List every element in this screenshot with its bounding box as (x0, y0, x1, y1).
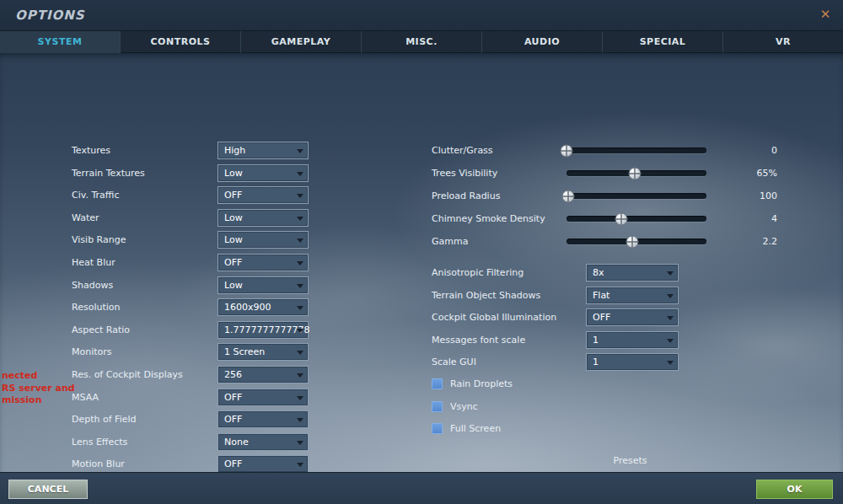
tab[interactable]: VR (723, 31, 843, 53)
setting-dropdown[interactable]: 1.7777777777778 (217, 321, 309, 339)
slider-track[interactable] (566, 170, 706, 176)
tab[interactable]: SYSTEM (0, 31, 121, 53)
chevron-down-icon (297, 306, 303, 310)
dropdown-value: OFF (224, 414, 242, 425)
setting-dropdown[interactable]: Low (217, 209, 309, 227)
setting-label: Cockpit Global Illumination (432, 312, 586, 323)
setting-row: Terrain Object Shadows Flat (432, 287, 680, 304)
setting-dropdown[interactable]: OFF (217, 254, 309, 271)
slider-handle[interactable] (629, 167, 642, 180)
tab[interactable]: CONTROLS (121, 31, 241, 53)
ok-button[interactable]: OK (756, 480, 833, 499)
tab-label: VR (776, 36, 791, 47)
chevron-down-icon (297, 418, 303, 422)
chevron-down-icon (297, 329, 303, 333)
slider-handle[interactable] (626, 235, 639, 248)
setting-label: Terrain Textures (72, 168, 217, 179)
setting-row: Resolution 1600x900 (72, 298, 309, 316)
setting-dropdown[interactable]: OFF (217, 410, 309, 428)
checkbox[interactable] (432, 423, 443, 434)
setting-label: Monitors (72, 346, 217, 357)
checkbox-row: Full Screen (432, 420, 642, 437)
setting-row: Lens Effects None (72, 433, 309, 451)
setting-dropdown[interactable]: OFF (217, 186, 309, 204)
slider-track[interactable] (566, 147, 706, 153)
checkbox[interactable] (432, 401, 443, 412)
slider-handle[interactable] (615, 212, 627, 225)
setting-row: Civ. Traffic OFF (72, 186, 309, 204)
checkbox-row: Rain Droplets (432, 375, 642, 393)
tab[interactable]: MISC. (362, 31, 482, 53)
chevron-down-icon (297, 396, 303, 400)
checkbox-label: Vsync (450, 401, 478, 412)
setting-dropdown[interactable]: Low (217, 276, 309, 294)
sliders-column: Clutter/Grass 0 Trees Visibility 65% Pre (432, 142, 777, 250)
setting-dropdown[interactable]: OFF (217, 389, 309, 406)
setting-row: Textures High (72, 142, 309, 159)
tab[interactable]: SPECIAL (603, 31, 723, 53)
slider-row: Clutter/Grass 0 (432, 142, 777, 159)
setting-dropdown[interactable]: Low (217, 164, 309, 182)
tab-bar: SYSTEM CONTROLS GAMEPLAY MISC. AUDIO SPE… (0, 31, 843, 53)
chevron-down-icon (297, 172, 303, 176)
dropdown-value: OFF (224, 392, 242, 403)
setting-dropdown[interactable]: 1 (586, 331, 679, 349)
slider-handle[interactable] (561, 190, 574, 202)
dropdown-value: Low (224, 280, 243, 291)
tab-label: SPECIAL (640, 36, 686, 47)
tab-label: SYSTEM (38, 36, 83, 47)
slider-value: 0 (706, 145, 777, 156)
chevron-down-icon (297, 239, 303, 243)
slider-track[interactable] (566, 216, 706, 222)
setting-dropdown[interactable]: 256 (217, 366, 309, 383)
checkbox-row: Vsync (432, 398, 642, 416)
setting-dropdown[interactable]: 1 (586, 353, 679, 371)
setting-dropdown[interactable]: Low (217, 231, 309, 249)
dropdown-value: 1 Screen (224, 346, 265, 357)
page-title: OPTIONS (15, 8, 85, 23)
setting-dropdown[interactable]: 1 Screen (217, 343, 309, 361)
ok-button-label: OK (787, 484, 803, 495)
close-icon[interactable]: ✕ (818, 7, 833, 22)
setting-dropdown[interactable]: High (217, 142, 309, 159)
slider-track[interactable] (566, 193, 706, 199)
slider-track[interactable] (566, 239, 706, 244)
cancel-button-label: CANCEL (28, 484, 68, 495)
slider-handle[interactable] (561, 144, 573, 157)
dropdown-value: 1600x900 (224, 302, 271, 313)
setting-label: Resolution (72, 302, 217, 313)
slider-label: Clutter/Grass (432, 145, 566, 156)
chevron-down-icon (297, 373, 303, 378)
setting-label: Motion Blur (72, 458, 217, 469)
chevron-down-icon (667, 361, 674, 365)
setting-label: Anisotropic Filtering (432, 267, 586, 278)
setting-dropdown[interactable]: None (217, 433, 309, 451)
setting-row: Visib Range Low (72, 231, 309, 249)
setting-label: Shadows (72, 280, 217, 291)
cancel-button[interactable]: CANCEL (8, 480, 88, 499)
setting-row: Cockpit Global Illumination OFF (432, 308, 680, 326)
dropdown-value: OFF (593, 312, 610, 323)
setting-row: Heat Blur OFF (72, 254, 309, 271)
setting-row: MSAA OFF (72, 389, 309, 406)
setting-label: Water (72, 212, 217, 223)
dropdown-value: High (224, 145, 245, 156)
chevron-down-icon (297, 463, 303, 467)
chevron-down-icon (297, 194, 303, 198)
setting-dropdown[interactable]: Flat (586, 287, 679, 304)
setting-dropdown[interactable]: 1600x900 (217, 298, 309, 316)
slider-label: Preload Radius (432, 190, 566, 201)
setting-label: Depth of Field (72, 414, 217, 425)
chevron-down-icon (667, 294, 674, 298)
tab[interactable]: GAMEPLAY (241, 31, 362, 53)
setting-label: Civ. Traffic (72, 190, 217, 201)
tab[interactable]: AUDIO (482, 31, 603, 53)
setting-row: Scale GUI 1 (432, 353, 680, 371)
slider-row: Trees Visibility 65% (432, 164, 777, 182)
setting-dropdown[interactable]: OFF (586, 308, 679, 326)
setting-dropdown[interactable]: 8x (586, 264, 679, 281)
dropdown-value: Low (224, 212, 243, 223)
setting-dropdown[interactable]: OFF (217, 455, 309, 473)
setting-row: Monitors 1 Screen (72, 343, 309, 361)
checkbox[interactable] (432, 378, 443, 389)
